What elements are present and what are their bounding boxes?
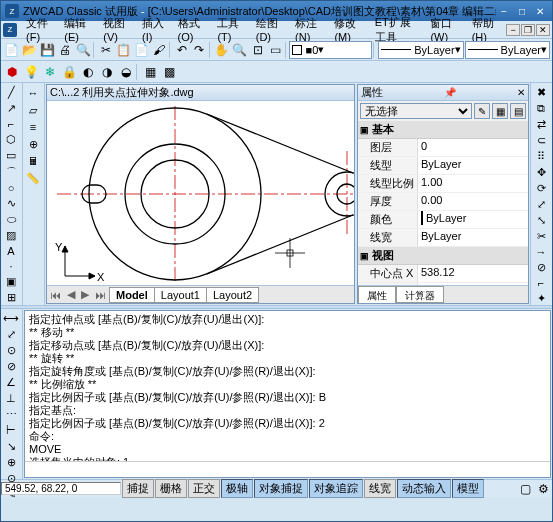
layer-selector[interactable]: ■ 0 ▾ <box>289 41 372 59</box>
prop-color-value[interactable]: ByLayer <box>418 211 528 228</box>
command-input[interactable] <box>25 461 550 477</box>
cat-basic[interactable]: 基本 <box>358 121 528 139</box>
copy2-icon[interactable]: ⧉ <box>532 101 550 116</box>
stretch-icon[interactable]: ⤡ <box>532 213 550 228</box>
coord-readout[interactable]: 549.52, 68.22, 0 <box>1 482 121 495</box>
zoomext-icon[interactable]: ⊡ <box>249 41 266 59</box>
cut-icon[interactable]: ✂ <box>97 41 114 59</box>
sb-ortho[interactable]: 正交 <box>188 479 220 498</box>
layermgr-icon[interactable]: ⬢ <box>3 63 21 81</box>
sb-tool-icon[interactable]: ⚙ <box>534 480 552 498</box>
zoom-icon[interactable]: 🔍 <box>231 41 248 59</box>
more2-icon[interactable]: ▩ <box>160 63 178 81</box>
sb-lwt[interactable]: 线宽 <box>364 479 396 498</box>
offset-icon[interactable]: ⊂ <box>532 133 550 148</box>
pickadd-icon[interactable]: ▦ <box>492 103 508 119</box>
preview-icon[interactable]: 🔍 <box>75 41 92 59</box>
mdi-minimize[interactable]: − <box>506 24 520 36</box>
close-button[interactable]: ✕ <box>532 4 548 18</box>
layeriso-icon[interactable]: ◑ <box>98 63 116 81</box>
prop-thick-value[interactable]: 0.00 <box>418 193 528 210</box>
sb-snap[interactable]: 捕捉 <box>122 479 154 498</box>
matchprop-icon[interactable]: 🖌 <box>151 41 168 59</box>
point-icon[interactable]: · <box>2 259 20 273</box>
break-icon[interactable]: ⊘ <box>532 260 550 275</box>
fillet-icon[interactable]: ⌐ <box>532 276 550 290</box>
dimcont-icon[interactable]: ⋯ <box>2 407 20 422</box>
dist-icon[interactable]: ↔ <box>24 85 42 101</box>
dimdia-icon[interactable]: ⊘ <box>2 359 20 374</box>
arc-icon[interactable]: ⌒ <box>2 164 20 180</box>
tab-last-icon[interactable]: ⏭ <box>92 289 109 301</box>
mdi-restore[interactable]: ❐ <box>521 24 535 36</box>
prop-layer-value[interactable]: 0 <box>418 139 528 156</box>
tab-first-icon[interactable]: ⏮ <box>47 289 64 301</box>
line-icon[interactable]: ╱ <box>2 85 20 100</box>
sb-osnap[interactable]: 对象捕捉 <box>254 479 308 498</box>
freeze-icon[interactable]: ❄ <box>41 63 59 81</box>
undo-icon[interactable]: ↶ <box>173 41 190 59</box>
copy-icon[interactable]: 📋 <box>115 41 132 59</box>
sb-grid[interactable]: 栅格 <box>155 479 187 498</box>
proptab-calc[interactable]: 计算器 <box>396 286 444 303</box>
proptab-properties[interactable]: 属性 <box>358 286 396 303</box>
block-icon[interactable]: ▣ <box>2 274 20 289</box>
move-icon[interactable]: ✥ <box>532 165 550 180</box>
dimord-icon[interactable]: ⊥ <box>2 391 20 406</box>
table-icon[interactable]: ⊞ <box>2 290 20 305</box>
pan-icon[interactable]: ✋ <box>213 41 230 59</box>
dimali-icon[interactable]: ⤢ <box>2 327 20 342</box>
mirror-icon[interactable]: ⇄ <box>532 117 550 132</box>
save-icon[interactable]: 💾 <box>39 41 56 59</box>
cat-view[interactable]: 视图 <box>358 247 528 265</box>
tol-icon[interactable]: ⊕ <box>2 455 20 470</box>
trim-icon[interactable]: ✂ <box>532 229 550 244</box>
spline-icon[interactable]: ∿ <box>2 196 20 211</box>
quickselect-icon[interactable]: ✎ <box>474 103 490 119</box>
hatch-icon[interactable]: ▨ <box>2 228 20 243</box>
lineweight-selector[interactable]: ByLayer ▾ <box>465 41 550 59</box>
panel-close-icon[interactable]: ✕ <box>517 87 525 98</box>
array-icon[interactable]: ⠿ <box>532 149 550 164</box>
leader-icon[interactable]: ↘ <box>2 439 20 454</box>
sb-otrack[interactable]: 对象追踪 <box>309 479 363 498</box>
xline-icon[interactable]: ↗ <box>2 101 20 116</box>
prop-cx-value[interactable]: 538.12 <box>418 265 528 282</box>
area-icon[interactable]: ▱ <box>24 102 42 118</box>
sb-clean-icon[interactable]: ▢ <box>516 480 534 498</box>
more1-icon[interactable]: ▦ <box>141 63 159 81</box>
dimang-icon[interactable]: ∠ <box>2 375 20 390</box>
tab-model[interactable]: Model <box>109 287 155 303</box>
calc-icon[interactable]: 🖩 <box>24 153 42 169</box>
mdi-close[interactable]: ✕ <box>536 24 550 36</box>
sb-dyn[interactable]: 动态输入 <box>397 479 451 498</box>
layerwalk-icon[interactable]: ◒ <box>117 63 135 81</box>
tab-layout2[interactable]: Layout2 <box>206 287 259 303</box>
circle-icon[interactable]: ○ <box>2 181 20 195</box>
extend-icon[interactable]: → <box>532 245 550 259</box>
redo-icon[interactable]: ↷ <box>191 41 208 59</box>
linetype-selector[interactable]: ByLayer ▾ <box>378 41 463 59</box>
prop-lscale-value[interactable]: 1.00 <box>418 175 528 192</box>
rotate-icon[interactable]: ⟳ <box>532 181 550 196</box>
pline-icon[interactable]: ⌐ <box>2 117 20 131</box>
selectobj-icon[interactable]: ▤ <box>510 103 526 119</box>
polygon-icon[interactable]: ⬡ <box>2 132 20 147</box>
tab-layout1[interactable]: Layout1 <box>154 287 207 303</box>
ellipse-icon[interactable]: ⬭ <box>2 212 20 227</box>
sb-polar[interactable]: 极轴 <box>221 479 253 498</box>
erase-icon[interactable]: ✖ <box>532 85 550 100</box>
prop-ltype-value[interactable]: ByLayer <box>418 157 528 174</box>
tab-prev-icon[interactable]: ◀ <box>64 288 78 301</box>
new-icon[interactable]: 📄 <box>3 41 20 59</box>
scale-icon[interactable]: ⤢ <box>532 197 550 212</box>
list-icon[interactable]: ≡ <box>24 119 42 135</box>
explode-icon[interactable]: ✦ <box>532 291 550 306</box>
drawing-canvas[interactable]: Y X <box>47 101 354 285</box>
print-icon[interactable]: 🖨 <box>57 41 74 59</box>
open-icon[interactable]: 📂 <box>21 41 38 59</box>
text-icon[interactable]: A <box>2 244 20 258</box>
dimrad-icon[interactable]: ⊙ <box>2 343 20 358</box>
dimbase-icon[interactable]: ⊢ <box>2 423 20 438</box>
rect-icon[interactable]: ▭ <box>2 148 20 163</box>
